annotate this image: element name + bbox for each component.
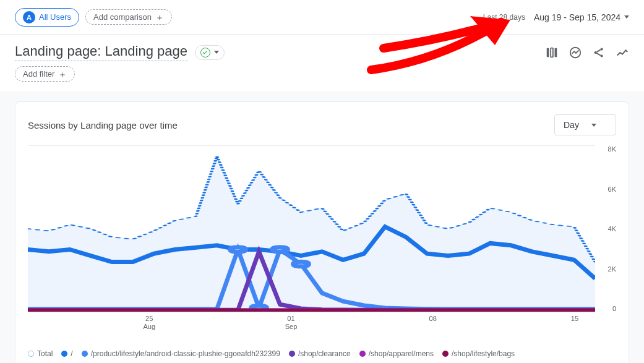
legend-swatch — [289, 351, 295, 357]
x-tick: 01Sep — [285, 315, 298, 331]
legend-swatch — [82, 351, 88, 357]
chart-card: Sessions by Landing page over time Day 8… — [15, 101, 629, 363]
page-title[interactable]: Landing page: Landing page — [15, 43, 187, 61]
insights-icon[interactable] — [569, 46, 582, 59]
filter-row: Add filter ＋ — [0, 66, 644, 92]
check-circle-icon — [200, 48, 210, 58]
y-tick: 0 — [612, 305, 616, 312]
status-pill[interactable] — [195, 45, 225, 60]
action-icons — [545, 46, 629, 59]
add-filter-chip[interactable]: Add filter ＋ — [15, 66, 75, 82]
y-tick: 8K — [608, 145, 616, 153]
plot-area — [28, 145, 595, 312]
plus-icon: ＋ — [58, 70, 67, 79]
chevron-down-icon — [591, 124, 596, 127]
customize-icon[interactable] — [545, 46, 559, 59]
svg-rect-1 — [551, 48, 553, 57]
chevron-down-icon — [214, 51, 219, 54]
add-filter-label: Add filter — [23, 69, 54, 79]
svg-rect-2 — [555, 48, 557, 57]
legend: Total//product/lifestyle/android-classic… — [28, 349, 616, 358]
top-bar: A All Users Add comparison ＋ Last 28 day… — [0, 0, 644, 35]
audience-label: All Users — [39, 12, 71, 22]
card-title: Sessions by Landing page over time — [28, 120, 178, 130]
share-icon[interactable] — [592, 46, 606, 59]
legend-swatch — [359, 351, 366, 357]
report-header: Landing page: Landing page — [0, 35, 644, 66]
audience-avatar: A — [23, 11, 35, 23]
y-tick: 4K — [608, 225, 616, 233]
legend-swatch — [442, 351, 449, 357]
x-tick: 15 — [571, 315, 578, 323]
legend-item[interactable]: /shop/lifestyle/bags — [442, 349, 515, 358]
svg-point-10 — [293, 262, 309, 267]
legend-item[interactable]: /shop/apparel/mens — [359, 349, 434, 358]
y-axis-ticks: 8K6K4K2K0 — [598, 145, 616, 312]
legend-label: Total — [37, 349, 53, 358]
svg-point-7 — [230, 247, 246, 252]
svg-point-4 — [594, 51, 596, 53]
svg-rect-0 — [547, 48, 549, 57]
granularity-value: Day — [564, 120, 579, 130]
legend-swatch — [28, 351, 34, 357]
add-comparison-chip[interactable]: Add comparison ＋ — [85, 9, 172, 25]
x-axis-ticks: 25Aug01Sep0815 — [28, 315, 595, 331]
trend-icon[interactable] — [616, 46, 629, 59]
svg-point-5 — [601, 48, 603, 50]
date-period-label: Last 28 days — [483, 13, 525, 22]
x-tick: 08 — [429, 315, 437, 323]
date-range-text: Aug 19 - Sep 15, 2024 — [534, 12, 620, 22]
line-chart[interactable]: 8K6K4K2K0 25Aug01Sep0815 — [28, 145, 616, 331]
legend-label: /shop/clearance — [298, 349, 351, 358]
date-range-picker[interactable]: Aug 19 - Sep 15, 2024 — [534, 12, 629, 22]
legend-label: /product/lifestyle/android-classic-plush… — [91, 349, 280, 358]
chevron-down-icon — [624, 15, 629, 19]
svg-point-6 — [601, 54, 603, 57]
legend-item[interactable]: / — [61, 349, 72, 358]
x-tick: 25Aug — [143, 315, 155, 331]
legend-item[interactable]: /product/lifestyle/android-classic-plush… — [82, 349, 280, 358]
legend-swatch — [61, 351, 67, 357]
y-tick: 6K — [608, 186, 616, 193]
plus-icon: ＋ — [155, 13, 164, 22]
audience-chip[interactable]: A All Users — [15, 8, 79, 27]
legend-label: / — [71, 349, 72, 358]
legend-label: /shop/lifestyle/bags — [452, 349, 515, 358]
y-tick: 2K — [608, 265, 616, 273]
svg-point-9 — [272, 247, 288, 252]
legend-label: /shop/apparel/mens — [369, 349, 434, 358]
legend-item[interactable]: Total — [28, 349, 53, 358]
legend-item[interactable]: /shop/clearance — [289, 349, 351, 358]
granularity-dropdown[interactable]: Day — [554, 114, 616, 135]
add-comparison-label: Add comparison — [93, 12, 152, 22]
